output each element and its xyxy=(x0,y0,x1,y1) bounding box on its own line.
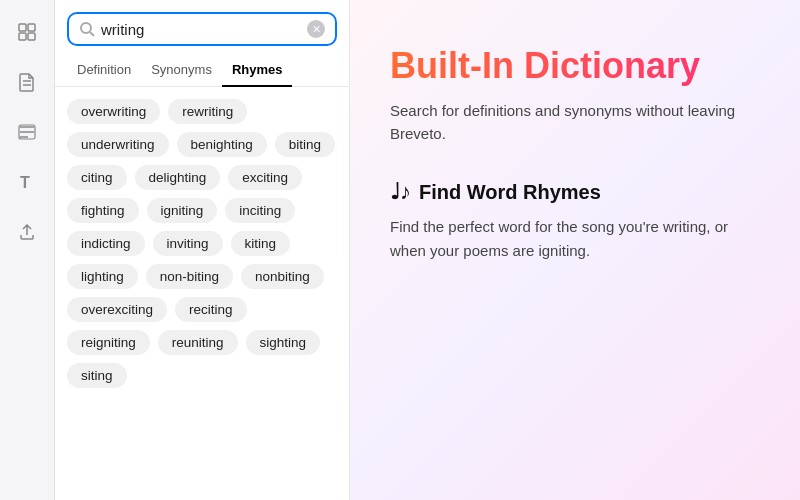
search-bar: ✕ xyxy=(67,12,337,46)
rhyme-tag[interactable]: inviting xyxy=(153,231,223,256)
tab-synonyms[interactable]: Synonyms xyxy=(141,54,222,87)
feature-title-text: Find Word Rhymes xyxy=(419,181,601,204)
rhyme-tag[interactable]: inciting xyxy=(225,198,295,223)
rhyme-tag[interactable]: citing xyxy=(67,165,127,190)
svg-point-8 xyxy=(81,23,91,33)
sidebar-icon-layout[interactable] xyxy=(11,16,43,48)
info-panel: Built-In Dictionary Search for definitio… xyxy=(350,0,800,500)
tab-definition[interactable]: Definition xyxy=(67,54,141,87)
search-icon xyxy=(79,21,95,37)
svg-rect-1 xyxy=(28,24,35,31)
rhyme-tag[interactable]: delighting xyxy=(135,165,221,190)
sidebar-icon-typography[interactable]: T xyxy=(11,166,43,198)
search-bar-container: ✕ xyxy=(55,0,349,54)
rhymes-list: overwritingrewritingunderwritingbenighti… xyxy=(55,87,349,500)
sidebar-icon-document[interactable] xyxy=(11,66,43,98)
svg-rect-0 xyxy=(19,24,26,31)
svg-text:T: T xyxy=(20,174,30,191)
feature-desc: Find the perfect word for the song you'r… xyxy=(390,215,760,262)
rhyme-tag[interactable]: overwriting xyxy=(67,99,160,124)
rhyme-tag[interactable]: overexciting xyxy=(67,297,167,322)
rhyme-tag[interactable]: rewriting xyxy=(168,99,247,124)
sidebar-icon-text-format[interactable] xyxy=(11,116,43,148)
rhyme-tag[interactable]: sighting xyxy=(246,330,321,355)
rhyme-tag[interactable]: fighting xyxy=(67,198,139,223)
svg-line-9 xyxy=(90,32,94,36)
rhyme-tag[interactable]: underwriting xyxy=(67,132,169,157)
rhyme-tag[interactable]: exciting xyxy=(228,165,302,190)
rhyme-tag[interactable]: biting xyxy=(275,132,335,157)
rhyme-tag[interactable]: lighting xyxy=(67,264,138,289)
search-input[interactable] xyxy=(101,21,301,38)
tab-rhymes[interactable]: Rhymes xyxy=(222,54,293,87)
rhyme-tag[interactable]: igniting xyxy=(147,198,218,223)
sidebar: T xyxy=(0,0,55,500)
rhyme-tag[interactable]: indicting xyxy=(67,231,145,256)
rhyme-tag[interactable]: benighting xyxy=(177,132,267,157)
info-title: Built-In Dictionary xyxy=(390,45,760,86)
dictionary-panel: ✕ Definition Synonyms Rhymes overwriting… xyxy=(55,0,350,500)
rhyme-tag[interactable]: kiting xyxy=(231,231,291,256)
music-icon: ♩♪ xyxy=(390,179,411,205)
svg-rect-3 xyxy=(28,33,35,40)
clear-button[interactable]: ✕ xyxy=(307,20,325,38)
sidebar-icon-share[interactable] xyxy=(11,216,43,248)
rhyme-tag[interactable]: reciting xyxy=(175,297,247,322)
rhyme-tag[interactable]: siting xyxy=(67,363,127,388)
feature-title: ♩♪ Find Word Rhymes xyxy=(390,179,760,205)
rhyme-tag[interactable]: reigniting xyxy=(67,330,150,355)
rhyme-tag[interactable]: reuniting xyxy=(158,330,238,355)
rhyme-tag[interactable]: non-biting xyxy=(146,264,233,289)
tabs-bar: Definition Synonyms Rhymes xyxy=(55,54,349,87)
rhyme-tag[interactable]: nonbiting xyxy=(241,264,324,289)
svg-rect-2 xyxy=(19,33,26,40)
info-subtitle: Search for definitions and synonyms with… xyxy=(390,100,760,145)
